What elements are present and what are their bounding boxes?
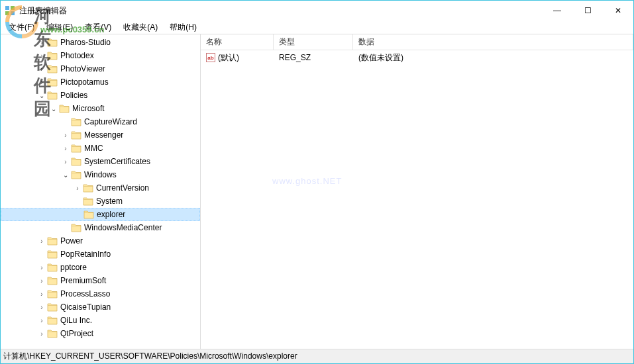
- list-panel: 名称 类型 数据 ab(默认)REG_SZ(数值未设置): [201, 34, 633, 349]
- list-row[interactable]: ab(默认)REG_SZ(数值未设置): [201, 52, 633, 64]
- chevron-right-icon[interactable]: ›: [36, 77, 47, 87]
- folder-icon: [71, 157, 81, 166]
- tree-node[interactable]: ›WindowsMediaCenter: [1, 221, 200, 234]
- tree-node[interactable]: ›MMC: [1, 142, 200, 155]
- chevron-right-icon[interactable]: ›: [36, 37, 47, 48]
- folder-icon: [47, 91, 58, 100]
- tree-node-label: PremiumSoft: [60, 276, 111, 285]
- chevron-right-icon[interactable]: ›: [36, 262, 47, 273]
- tree-node[interactable]: ›PopRetainInfo: [1, 248, 200, 261]
- svg-rect-2: [5, 11, 9, 15]
- tree-node-label: System: [96, 197, 128, 206]
- chevron-right-icon[interactable]: ›: [36, 289, 47, 299]
- chevron-down-icon[interactable]: ⌄: [36, 90, 47, 101]
- tree-node[interactable]: ›pptcore: [1, 261, 200, 274]
- folder-icon: [71, 144, 81, 153]
- tree-node-label: QiLu Inc.: [60, 316, 97, 325]
- tree-node-label: ProcessLasso: [60, 289, 115, 298]
- folder-icon: [47, 276, 58, 285]
- tree-node[interactable]: ›SystemCertificates: [1, 155, 200, 168]
- tree-node[interactable]: ›PhotoViewer: [1, 62, 200, 75]
- svg-rect-0: [5, 6, 9, 10]
- folder-icon: [47, 38, 58, 47]
- folder-icon: [47, 236, 58, 246]
- tree-node-label: Windows: [84, 170, 122, 179]
- tree-node[interactable]: ›Pharos-Studio: [1, 36, 200, 49]
- chevron-right-icon[interactable]: ›: [36, 50, 47, 61]
- value-name: (默认): [218, 52, 239, 64]
- svg-rect-1: [11, 6, 15, 10]
- string-value-icon: ab: [206, 53, 215, 62]
- chevron-right-icon[interactable]: ›: [60, 156, 71, 167]
- menu-view[interactable]: 查看(V): [79, 21, 117, 34]
- chevron-right-icon[interactable]: ›: [36, 302, 47, 312]
- tree-node-label: Pharos-Studio: [60, 38, 116, 47]
- close-button[interactable]: ✕: [603, 1, 633, 21]
- folder-icon: [47, 250, 58, 259]
- tree-node-label: CurrentVersion: [96, 183, 154, 193]
- chevron-right-icon[interactable]: ›: [72, 183, 83, 193]
- folder-icon: [47, 329, 58, 338]
- tree-node-label: SystemCertificates: [84, 157, 156, 166]
- tree-node-label: Messenger: [84, 130, 129, 140]
- folder-icon: [71, 130, 81, 140]
- tree-node[interactable]: ⌄Microsoft: [1, 102, 200, 115]
- menu-edit[interactable]: 编辑(E): [41, 21, 78, 34]
- menu-help[interactable]: 帮助(H): [164, 21, 202, 34]
- window-title: 注册表编辑器: [19, 5, 542, 17]
- column-header-type[interactable]: 类型: [274, 34, 353, 50]
- tree-node-label: PhotoViewer: [60, 64, 111, 73]
- tree-node-label: MMC: [84, 144, 109, 153]
- column-header-data[interactable]: 数据: [353, 34, 633, 50]
- chevron-right-icon[interactable]: ›: [60, 143, 71, 154]
- tree-node[interactable]: ›CurrentVersion: [1, 181, 200, 195]
- tree-node[interactable]: ›Photodex: [1, 49, 200, 62]
- chevron-right-icon[interactable]: ›: [36, 236, 47, 246]
- tree-node[interactable]: ⌄Policies: [1, 89, 200, 102]
- tree-node[interactable]: ›explorer: [1, 208, 200, 221]
- cell-data: (数值未设置): [353, 52, 633, 64]
- tree-node[interactable]: ›QtProject: [1, 327, 200, 340]
- chevron-right-icon[interactable]: ›: [60, 130, 71, 140]
- tree-node[interactable]: ›Pictopotamus: [1, 75, 200, 89]
- tree-node-label: Pictopotamus: [60, 77, 114, 87]
- tree-node[interactable]: ›ProcessLasso: [1, 287, 200, 300]
- title-bar: 注册表编辑器 — ☐ ✕: [1, 1, 633, 21]
- tree-node[interactable]: ›Messenger: [1, 128, 200, 142]
- folder-icon: [47, 51, 58, 60]
- status-bar: 计算机\HKEY_CURRENT_USER\SOFTWARE\Policies\…: [1, 349, 633, 363]
- folder-icon: [47, 263, 58, 272]
- tree-node[interactable]: ⌄Windows: [1, 168, 200, 181]
- tree-node-label: PopRetainInfo: [60, 250, 116, 259]
- tree-panel[interactable]: ›Pharos-Studio›Photodex›PhotoViewer›Pict…: [1, 34, 201, 349]
- tree-node[interactable]: ›QiLu Inc.: [1, 314, 200, 327]
- maximize-button[interactable]: ☐: [572, 1, 603, 21]
- folder-icon: [47, 316, 58, 325]
- tree-node-label: Power: [60, 236, 88, 246]
- tree-node[interactable]: ›QicaiseTupian: [1, 300, 200, 314]
- list-body[interactable]: ab(默认)REG_SZ(数值未设置): [201, 50, 633, 349]
- folder-icon: [71, 117, 81, 126]
- tree-node-label: Photodex: [60, 51, 99, 60]
- folder-icon: [71, 223, 81, 232]
- folder-icon: [47, 77, 58, 87]
- tree-node[interactable]: ›PremiumSoft: [1, 274, 200, 287]
- chevron-right-icon[interactable]: ›: [36, 315, 47, 326]
- column-header-name[interactable]: 名称: [201, 34, 274, 50]
- folder-icon: [47, 302, 58, 312]
- chevron-down-icon[interactable]: ⌄: [60, 169, 71, 180]
- minimize-button[interactable]: —: [542, 1, 572, 21]
- cell-type: REG_SZ: [274, 53, 353, 62]
- menu-file[interactable]: 文件(F): [3, 21, 40, 34]
- chevron-right-icon[interactable]: ›: [36, 64, 47, 74]
- chevron-down-icon[interactable]: ⌄: [48, 103, 59, 114]
- folder-icon: [59, 104, 70, 113]
- tree-node[interactable]: ›CaptureWizard: [1, 115, 200, 128]
- menu-favorites[interactable]: 收藏夹(A): [118, 21, 163, 34]
- chevron-right-icon[interactable]: ›: [36, 275, 47, 286]
- chevron-right-icon[interactable]: ›: [36, 328, 47, 339]
- folder-icon: [83, 210, 94, 219]
- tree-node[interactable]: ›Power: [1, 234, 200, 248]
- tree-node-label: Policies: [60, 91, 93, 100]
- tree-node[interactable]: ›System: [1, 195, 200, 208]
